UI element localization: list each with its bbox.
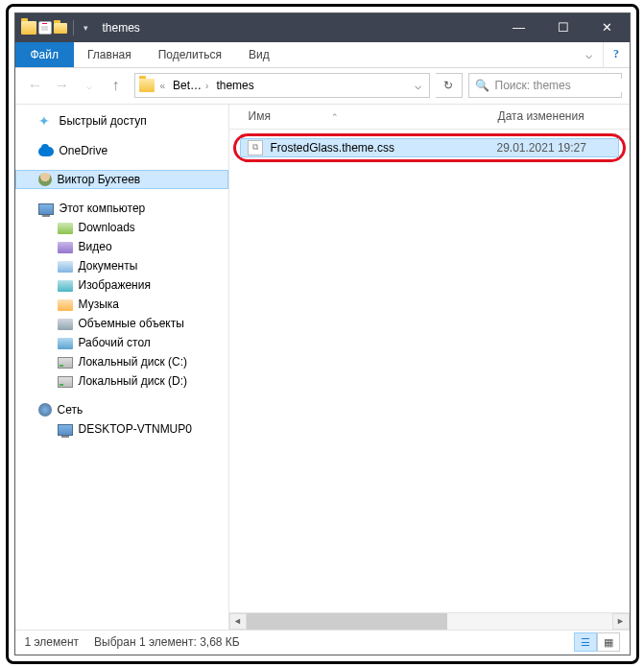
nav-history-dropdown[interactable]: ⌵ <box>77 73 102 98</box>
tab-view[interactable]: Вид <box>235 42 283 67</box>
scroll-thumb[interactable] <box>247 613 448 630</box>
scroll-track[interactable] <box>247 613 612 630</box>
maximize-button[interactable]: ☐ <box>541 13 585 42</box>
tree-network-pc[interactable]: DESKTOP-VTNMUP0 <box>15 419 228 439</box>
tree-label: Виктор Бухтеев <box>58 173 141 186</box>
search-box[interactable]: 🔍 <box>468 73 622 98</box>
tree-this-pc[interactable]: Этот компьютер <box>15 199 228 218</box>
nav-tree[interactable]: ✦Быстрый доступ OneDrive Виктор Бухтеев … <box>15 105 229 630</box>
tree-label: Быстрый доступ <box>60 114 147 128</box>
tree-label: Сеть <box>58 403 83 417</box>
annotation-highlight: ⧉ FrostedGlass.theme.css 29.01.2021 19:2… <box>233 133 626 162</box>
drive-icon <box>58 357 73 369</box>
qat-newfolder-icon[interactable] <box>54 21 67 35</box>
file-row[interactable]: ⧉ FrostedGlass.theme.css 29.01.2021 19:2… <box>240 138 619 157</box>
address-bar[interactable]: « Bet… › themes ⌵ <box>134 73 430 98</box>
column-label: Имя <box>249 109 271 123</box>
horizontal-scrollbar[interactable]: ◄ ► <box>229 612 630 630</box>
refresh-button[interactable]: ↻ <box>436 73 463 98</box>
breadcrumb-prev-sep[interactable]: « <box>158 79 168 93</box>
search-input[interactable] <box>495 79 631 92</box>
tree-label: Рабочий стол <box>79 336 151 349</box>
tree-label: Этот компьютер <box>60 202 146 215</box>
downloads-icon <box>58 223 73 234</box>
app-icon <box>21 21 36 35</box>
status-item-count: 1 элемент <box>25 635 80 649</box>
pictures-icon <box>58 280 73 292</box>
file-pane: Имя ⌃ Дата изменения ⧉ FrostedGlass.them… <box>229 105 630 630</box>
tree-documents[interactable]: Документы <box>15 256 228 275</box>
tree-quick-access[interactable]: ✦Быстрый доступ <box>15 110 228 131</box>
tree-desktop[interactable]: Рабочий стол <box>15 333 228 352</box>
column-name[interactable]: Имя ⌃ <box>249 109 498 123</box>
breadcrumb-1[interactable]: Bet… › <box>171 77 210 94</box>
column-date[interactable]: Дата изменения <box>498 109 630 123</box>
tree-music[interactable]: Музыка <box>15 295 228 314</box>
nav-back-button[interactable]: ← <box>23 73 48 98</box>
objects3d-icon <box>58 319 73 330</box>
search-icon: 🔍 <box>475 79 489 92</box>
tree-user[interactable]: Виктор Бухтеев <box>15 170 228 189</box>
file-list[interactable]: ⧉ FrostedGlass.theme.css 29.01.2021 19:2… <box>229 130 630 612</box>
help-button[interactable]: ? <box>603 42 630 67</box>
view-icons-button[interactable]: ▦ <box>597 632 620 652</box>
column-headers: Имя ⌃ Дата изменения <box>229 105 630 130</box>
tab-home[interactable]: Главная <box>74 42 145 67</box>
user-icon <box>38 173 52 186</box>
tree-label: Документы <box>79 259 138 273</box>
title-bar[interactable]: ▾ themes — ☐ ✕ <box>15 13 630 42</box>
address-folder-icon <box>139 79 155 92</box>
tree-label: Объемные объекты <box>79 317 184 330</box>
tree-downloads[interactable]: Downloads <box>15 218 228 237</box>
tree-onedrive[interactable]: OneDrive <box>15 141 228 160</box>
tree-network[interactable]: Сеть <box>15 400 228 419</box>
tree-videos[interactable]: Видео <box>15 237 228 256</box>
view-details-button[interactable]: ☰ <box>574 632 597 652</box>
breadcrumb-1-label: Bet… <box>173 79 202 92</box>
music-icon <box>58 299 73 311</box>
minimize-button[interactable]: — <box>497 13 541 42</box>
tree-label: Downloads <box>79 221 135 234</box>
scroll-right-button[interactable]: ► <box>612 613 630 630</box>
status-bar: 1 элемент Выбран 1 элемент: 3,68 КБ ☰ ▦ <box>15 630 630 655</box>
chevron-right-icon: › <box>205 81 208 91</box>
sort-indicator-icon: ⌃ <box>331 112 339 122</box>
breadcrumb-2-label: themes <box>216 79 253 92</box>
tree-label: OneDrive <box>60 144 108 157</box>
nav-up-button[interactable]: ↑ <box>104 73 129 98</box>
tree-drive-c[interactable]: Локальный диск (C:) <box>15 352 228 371</box>
qat-properties-icon[interactable] <box>38 21 52 35</box>
scroll-left-button[interactable]: ◄ <box>229 613 247 630</box>
explorer-window: ▾ themes — ☐ ✕ Файл Главная Поделиться В… <box>14 12 631 655</box>
cloud-icon <box>38 147 54 156</box>
tree-drive-d[interactable]: Локальный диск (D:) <box>15 371 228 391</box>
file-name: FrostedGlass.theme.css <box>271 141 497 155</box>
pc-icon <box>58 424 73 436</box>
tree-label: Музыка <box>79 298 119 311</box>
nav-forward-button[interactable]: → <box>50 73 75 98</box>
tree-label: Видео <box>79 240 112 253</box>
tab-share[interactable]: Поделиться <box>145 42 235 67</box>
divider <box>73 20 74 36</box>
video-icon <box>58 242 73 253</box>
ribbon-expand-icon[interactable]: ⌵ <box>576 42 603 67</box>
tree-pictures[interactable]: Изображения <box>15 275 228 295</box>
breadcrumb-2[interactable]: themes <box>214 77 255 94</box>
pc-icon <box>38 203 54 215</box>
address-dropdown-icon[interactable]: ⌵ <box>411 79 425 92</box>
window-title: themes <box>99 21 497 35</box>
tree-label: Локальный диск (C:) <box>79 355 188 369</box>
status-selection: Выбран 1 элемент: 3,68 КБ <box>94 635 240 649</box>
qat-dropdown-icon[interactable]: ▾ <box>80 21 93 35</box>
close-button[interactable]: ✕ <box>585 13 630 42</box>
ribbon-tabs: Файл Главная Поделиться Вид ⌵ ? <box>15 42 630 68</box>
desktop-icon <box>58 338 73 349</box>
tree-label: DESKTOP-VTNMUP0 <box>79 422 192 436</box>
tab-file[interactable]: Файл <box>15 42 75 67</box>
tree-label: Локальный диск (D:) <box>79 374 188 388</box>
navigation-bar: ← → ⌵ ↑ « Bet… › themes ⌵ ↻ 🔍 <box>15 68 630 105</box>
tree-label: Изображения <box>79 278 151 292</box>
css-file-icon: ⧉ <box>248 140 263 155</box>
tree-3d-objects[interactable]: Объемные объекты <box>15 314 228 333</box>
star-icon: ✦ <box>38 113 54 129</box>
